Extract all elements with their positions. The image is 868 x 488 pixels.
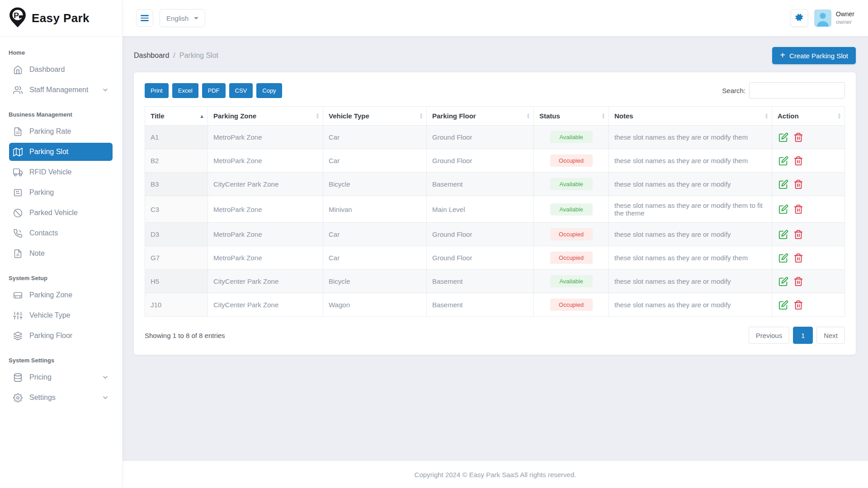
- delete-icon[interactable]: [793, 132, 803, 142]
- column-header-action[interactable]: Action ▲▼: [772, 107, 845, 126]
- delete-icon[interactable]: [793, 253, 803, 263]
- export-button-copy[interactable]: Copy: [256, 83, 282, 98]
- app-root: P Easy Park Home Dashboard: [0, 0, 868, 488]
- edit-icon[interactable]: [778, 179, 788, 189]
- edit-icon[interactable]: [778, 277, 788, 286]
- cell-vehicle-type: Car: [323, 223, 427, 246]
- cell-status: Occupied: [534, 149, 609, 173]
- export-button-pdf[interactable]: PDF: [202, 83, 226, 98]
- column-header-status[interactable]: Status ▲▼: [534, 107, 609, 126]
- column-header-title[interactable]: Title ▲: [145, 107, 208, 126]
- cell-parking-floor: Ground Floor: [427, 223, 534, 246]
- topbar: English Owner owner: [123, 0, 868, 36]
- sidebar-item-label: Vehicle Type: [29, 311, 70, 319]
- cell-title: C3: [145, 196, 208, 223]
- table-footer: Showing 1 to 8 of 8 entries Previous 1 N…: [145, 327, 845, 344]
- copyright-footer: Copyright 2024 © Easy Park SaaS All righ…: [123, 460, 868, 488]
- sort-arrows-icon: ▲▼: [526, 113, 530, 119]
- hamburger-icon: [141, 15, 149, 16]
- column-header-vehicle-type[interactable]: Vehicle Type ▲▼: [323, 107, 427, 126]
- column-header-notes[interactable]: Notes ▲▼: [609, 107, 772, 126]
- cell-notes: these slot names as they are or modify t…: [609, 126, 772, 149]
- create-parking-slot-button[interactable]: + Create Parking Slot: [772, 47, 856, 64]
- sidebar-item-parking-zone[interactable]: Parking Zone: [9, 286, 113, 304]
- edit-icon[interactable]: [778, 132, 788, 142]
- sidebar-item-label: Parking Rate: [29, 127, 71, 136]
- cell-status: Available: [534, 173, 609, 196]
- avatar: [814, 9, 831, 27]
- sidebar-item-note[interactable]: Note: [9, 244, 113, 263]
- language-dropdown[interactable]: English: [160, 9, 205, 27]
- sidebar-item-vehicle-type[interactable]: Vehicle Type: [9, 306, 113, 324]
- language-label: English: [166, 14, 189, 22]
- page-1-button[interactable]: 1: [793, 327, 813, 344]
- caret-down-icon: [194, 17, 198, 19]
- sidebar-item-label: Note: [29, 249, 45, 258]
- sidebar: P Easy Park Home Dashboard: [0, 0, 123, 488]
- cell-action: [772, 246, 845, 270]
- cell-status: Available: [534, 270, 609, 293]
- phone-icon: [13, 228, 23, 238]
- user-role: owner: [836, 19, 854, 26]
- main-area: English Owner owner Dashboa: [123, 0, 868, 488]
- pagination: Previous 1 Next: [749, 327, 845, 344]
- edit-icon[interactable]: [778, 230, 788, 239]
- sidebar-item-label: Parking Slot: [29, 148, 68, 156]
- delete-icon[interactable]: [793, 300, 803, 310]
- file-icon: [13, 249, 23, 258]
- sidebar-item-parking-floor[interactable]: Parking Floor: [9, 327, 113, 345]
- export-button-print[interactable]: Print: [145, 83, 169, 98]
- delete-icon[interactable]: [793, 204, 803, 214]
- credit-card-icon: [13, 188, 23, 197]
- table-row: C3 MetroPark Zone Minivan Main Level Ava…: [145, 196, 845, 223]
- sidebar-item-parking-slot[interactable]: Parking Slot: [9, 143, 113, 161]
- export-button-excel[interactable]: Excel: [172, 83, 198, 98]
- column-header-parking-zone[interactable]: Parking Zone ▲▼: [208, 107, 323, 126]
- sidebar-item-staff-management[interactable]: Staff Management: [9, 81, 113, 99]
- cell-parking-floor: Basement: [427, 270, 534, 293]
- breadcrumb-dashboard-link[interactable]: Dashboard: [134, 52, 169, 60]
- svg-text:P: P: [14, 10, 19, 19]
- sidebar-item-parked-vehicle[interactable]: Parked Vehicle: [9, 204, 113, 222]
- sidebar-item-parking-rate[interactable]: Parking Rate: [9, 122, 113, 141]
- table-row: D3 MetroPark Zone Car Ground Floor Occup…: [145, 223, 845, 246]
- cell-vehicle-type: Wagon: [323, 293, 427, 317]
- sidebar-item-parking[interactable]: Parking: [9, 183, 113, 202]
- cell-action: [772, 173, 845, 196]
- cell-title: J10: [145, 293, 208, 317]
- sidebar-toggle-button[interactable]: [136, 9, 153, 27]
- sidebar-nav: Home Dashboard Staff Management: [0, 37, 122, 409]
- sidebar-item-label: Staff Management: [29, 86, 88, 94]
- sidebar-item-rfid-vehicle[interactable]: RFID Vehicle: [9, 163, 113, 181]
- edit-icon[interactable]: [778, 300, 788, 310]
- user-menu[interactable]: Owner owner: [814, 9, 854, 27]
- cell-vehicle-type: Bicycle: [323, 173, 427, 196]
- sidebar-item-label: Contacts: [29, 229, 58, 237]
- status-badge: Occupied: [550, 299, 593, 311]
- export-button-csv[interactable]: CSV: [229, 83, 253, 98]
- sidebar-item-settings[interactable]: Settings: [9, 389, 113, 407]
- delete-icon[interactable]: [793, 230, 803, 239]
- cell-title: B2: [145, 149, 208, 173]
- next-page-button[interactable]: Next: [816, 327, 845, 344]
- edit-icon[interactable]: [778, 253, 788, 263]
- column-header-parking-floor[interactable]: Parking Floor ▲▼: [427, 107, 534, 126]
- cell-parking-zone: MetroPark Zone: [208, 246, 323, 270]
- settings-button[interactable]: [791, 9, 808, 27]
- previous-page-button[interactable]: Previous: [749, 327, 789, 344]
- delete-icon[interactable]: [793, 277, 803, 286]
- sidebar-item-contacts[interactable]: Contacts: [9, 224, 113, 242]
- cell-notes: these slot names as they are or modify: [609, 173, 772, 196]
- search-input[interactable]: [749, 82, 845, 99]
- cell-parking-floor: Ground Floor: [427, 126, 534, 149]
- sidebar-item-pricing[interactable]: Pricing: [9, 368, 113, 386]
- delete-icon[interactable]: [793, 179, 803, 189]
- edit-icon[interactable]: [778, 204, 788, 214]
- search-wrap: Search:: [722, 82, 845, 99]
- cell-parking-floor: Ground Floor: [427, 246, 534, 270]
- cell-parking-zone: CityCenter Park Zone: [208, 293, 323, 317]
- sidebar-section: Business Management Parking Rate Parking…: [0, 101, 122, 263]
- edit-icon[interactable]: [778, 156, 788, 166]
- delete-icon[interactable]: [793, 156, 803, 166]
- sidebar-item-dashboard[interactable]: Dashboard: [9, 61, 113, 79]
